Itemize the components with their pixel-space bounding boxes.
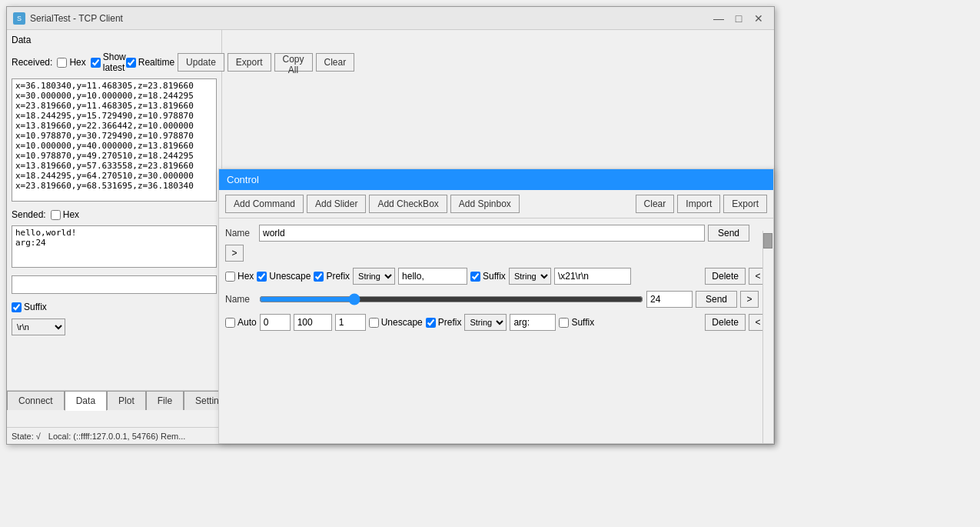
slider-name-label: Name (225, 294, 256, 305)
cmd-prefix-type-select[interactable]: String (353, 268, 395, 285)
slider-unescape-label[interactable]: Unescape (369, 317, 423, 328)
slider-prefix-text: Prefix (438, 317, 462, 328)
cmd-prefix-text: Prefix (326, 271, 350, 282)
sent-textarea[interactable] (12, 225, 217, 268)
state-label: State: √ (12, 432, 41, 441)
slider-max-input[interactable] (294, 314, 332, 331)
cmd-prefix-checkbox[interactable] (314, 272, 324, 282)
realtime-label[interactable]: Realtime (126, 57, 174, 68)
hex-checkbox[interactable] (57, 58, 67, 68)
received-label: Received: (12, 57, 52, 68)
slider-suffix-checkbox[interactable] (559, 318, 569, 328)
tab-data[interactable]: Data (65, 391, 107, 411)
cmd-unescape-label[interactable]: Unescape (257, 271, 311, 282)
slider-auto-checkbox[interactable] (225, 318, 235, 328)
cmd-suffix-text: Suffix (483, 271, 506, 282)
suffix-dropdown[interactable]: \r\n \n \r None (12, 319, 65, 335)
command-name-input[interactable] (259, 225, 705, 242)
suffix-checkbox-label[interactable]: Suffix (12, 302, 47, 312)
slider-suffix-label[interactable]: Suffix (559, 317, 594, 328)
export-button[interactable]: Export (228, 53, 271, 72)
control-scrollbar[interactable] (762, 231, 773, 443)
close-button[interactable]: ✕ (749, 11, 768, 26)
add-slider-button[interactable]: Add Slider (307, 195, 366, 213)
slider-step-input[interactable] (335, 314, 366, 331)
control-title: Control (227, 174, 259, 185)
slider-auto-text: Auto (238, 317, 257, 328)
slider-prefix-checkbox[interactable] (426, 318, 436, 328)
add-checkbox-button[interactable]: Add CheckBox (369, 195, 447, 213)
hex-checkbox-label[interactable]: Hex (57, 57, 85, 68)
slider-auto-label[interactable]: Auto (225, 317, 257, 328)
command-name-label: Name (225, 228, 256, 238)
control-content: Name Send > Hex Unescape Prefix (219, 218, 773, 431)
suffix-label: Suffix (24, 302, 47, 312)
slider-send-button[interactable]: Send (696, 291, 737, 308)
slider-min-input[interactable] (260, 314, 291, 331)
command-row-2: Hex Unescape Prefix String Suffix (225, 268, 767, 285)
show-latest-checkbox[interactable] (91, 58, 101, 68)
cmd-unescape-checkbox[interactable] (257, 272, 267, 282)
slider-delete-button[interactable]: Delete (705, 314, 746, 331)
show-latest-label[interactable]: Show latest (91, 52, 126, 73)
sent-hex-text: Hex (63, 209, 79, 220)
left-panel: Data Received: Hex Show latest Realtime (7, 30, 222, 427)
realtime-checkbox[interactable] (126, 58, 136, 68)
cmd-hex-text: Hex (238, 271, 254, 282)
title-bar-controls: — □ ✕ (709, 11, 768, 26)
cmd-unescape-text: Unescape (269, 271, 311, 282)
realtime-text: Realtime (138, 57, 174, 68)
data-section-label: Data (12, 35, 31, 45)
tab-connect[interactable]: Connect (7, 391, 65, 410)
command-arrow-right[interactable]: > (225, 245, 244, 262)
sent-hex-label[interactable]: Hex (51, 209, 79, 220)
maximize-button[interactable]: □ (729, 11, 748, 26)
copy-all-button[interactable]: Copy All (274, 53, 313, 72)
control-clear-button[interactable]: Clear (636, 195, 675, 213)
control-import-button[interactable]: Import (677, 195, 720, 213)
data-header: Data (12, 35, 217, 45)
slider-unescape-checkbox[interactable] (369, 318, 379, 328)
control-title-bar: Control (219, 169, 773, 190)
add-command-button[interactable]: Add Command (225, 195, 304, 213)
hex-label: Hex (69, 57, 85, 68)
cmd-prefix-value-input[interactable] (398, 268, 467, 285)
show-latest-text: Show latest (103, 52, 126, 73)
control-toolbar: Add Command Add Slider Add CheckBox Add … (219, 190, 773, 218)
slider-prefix-value-input[interactable] (510, 314, 556, 331)
cmd-suffix-value-input[interactable] (554, 268, 631, 285)
slider-arrow-right[interactable]: > (740, 291, 759, 308)
clear-received-button[interactable]: Clear (316, 53, 355, 72)
slider-row-1: Name Send > (225, 291, 767, 308)
main-window: S SerialTest - TCP Client — □ ✕ Data Rec… (6, 6, 775, 445)
suffix-checkbox[interactable] (12, 302, 22, 312)
slider-row-2: Auto Unescape Prefix String (225, 314, 767, 331)
app-icon: S (13, 12, 25, 25)
command-send-button[interactable]: Send (708, 225, 749, 242)
slider-suffix-text: Suffix (571, 317, 594, 328)
slider-prefix-type-select[interactable]: String (464, 314, 507, 331)
slider-prefix-label[interactable]: Prefix (426, 317, 462, 328)
sent-label: Sended: (12, 209, 46, 220)
cmd-hex-checkbox[interactable] (225, 272, 235, 282)
slider-input[interactable] (259, 292, 643, 307)
control-export-button[interactable]: Export (723, 195, 767, 213)
slider-unescape-text: Unescape (381, 317, 423, 328)
sent-hex-checkbox[interactable] (51, 210, 61, 220)
add-spinbox-button[interactable]: Add Spinbox (450, 195, 520, 213)
tab-file[interactable]: File (146, 391, 184, 410)
local-label: Local: (::ffff:127.0.0.1, 54766) Rem... (48, 432, 186, 441)
title-bar-left: S SerialTest - TCP Client (13, 12, 123, 25)
send-input[interactable] (12, 275, 217, 294)
minimize-button[interactable]: — (709, 11, 728, 26)
cmd-suffix-label[interactable]: Suffix (470, 271, 506, 282)
tab-plot[interactable]: Plot (107, 391, 146, 410)
cmd-suffix-type-select[interactable]: String (509, 268, 551, 285)
update-button[interactable]: Update (178, 53, 224, 72)
command-delete-button[interactable]: Delete (705, 268, 746, 285)
slider-num-input[interactable] (646, 291, 693, 308)
received-textarea[interactable] (12, 78, 217, 202)
cmd-hex-label[interactable]: Hex (225, 271, 254, 282)
cmd-suffix-checkbox[interactable] (470, 272, 480, 282)
cmd-prefix-label[interactable]: Prefix (314, 271, 350, 282)
